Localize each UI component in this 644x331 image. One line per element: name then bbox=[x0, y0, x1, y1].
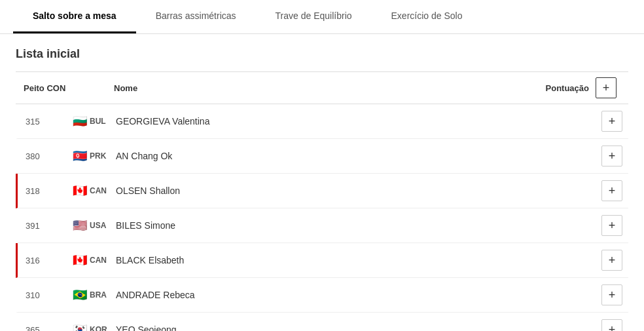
row-action[interactable]: + bbox=[596, 146, 628, 166]
row-con: CAN bbox=[90, 256, 116, 265]
header-add-action[interactable]: + bbox=[596, 77, 628, 98]
tab-salto-sobre-a-mesa[interactable]: Salto sobre a mesa bbox=[13, 0, 136, 33]
add-score-button[interactable]: + bbox=[601, 180, 622, 201]
tab-trave-de-equilíbrio[interactable]: Trave de Equilíbrio bbox=[256, 0, 372, 33]
add-score-button[interactable]: + bbox=[601, 215, 622, 236]
table-row: 315 🇧🇬 BUL GEORGIEVA Valentina + bbox=[16, 104, 628, 139]
row-con: BRA bbox=[90, 290, 116, 300]
row-con: KOR bbox=[90, 325, 116, 331]
table-row: 365 🇰🇷 KOR YEO Seojeong + bbox=[16, 313, 628, 331]
row-action[interactable]: + bbox=[596, 250, 628, 271]
table-row: 316 🇨🇦 CAN BLACK Elsabeth + bbox=[16, 243, 628, 278]
row-flag: 🇰🇵 bbox=[70, 149, 90, 163]
row-con: BUL bbox=[90, 117, 116, 126]
row-nome: ANDRADE Rebeca bbox=[116, 290, 517, 300]
table-row: 380 🇰🇵 PRK AN Chang Ok + bbox=[16, 139, 628, 174]
row-peito: 316 bbox=[18, 256, 70, 265]
tabs-container: Salto sobre a mesaBarras assimétricasTra… bbox=[0, 0, 644, 34]
tab-exercício-de-solo[interactable]: Exercício de Solo bbox=[372, 0, 482, 33]
add-score-button[interactable]: + bbox=[601, 111, 622, 132]
add-score-button[interactable]: + bbox=[601, 319, 622, 331]
header-add-button[interactable]: + bbox=[596, 77, 617, 98]
row-con: USA bbox=[90, 221, 116, 230]
row-nome: BILES Simone bbox=[116, 220, 517, 231]
row-nome: OLSEN Shallon bbox=[116, 185, 517, 196]
table-row: 391 🇺🇸 USA BILES Simone + bbox=[16, 208, 628, 243]
row-peito: 318 bbox=[18, 186, 70, 196]
table-header: Peito CON Nome Pontuação + bbox=[16, 71, 628, 104]
add-score-button[interactable]: + bbox=[601, 284, 622, 305]
col-header-peito-con: Peito CON bbox=[16, 83, 68, 93]
row-peito: 391 bbox=[18, 221, 70, 231]
row-peito: 310 bbox=[18, 290, 70, 300]
list-title: Lista inicial bbox=[16, 47, 628, 61]
row-con: PRK bbox=[90, 151, 116, 161]
row-nome: GEORGIEVA Valentina bbox=[116, 116, 517, 127]
row-flag: 🇺🇸 bbox=[70, 218, 90, 233]
row-nome: YEO Seojeong bbox=[116, 324, 517, 331]
table-row: 310 🇧🇷 BRA ANDRADE Rebeca + bbox=[16, 278, 628, 313]
row-flag: 🇧🇷 bbox=[70, 288, 90, 302]
row-flag: 🇨🇦 bbox=[70, 184, 90, 198]
row-action[interactable]: + bbox=[596, 180, 628, 201]
row-con: CAN bbox=[90, 186, 116, 195]
row-flag: 🇧🇬 bbox=[70, 114, 90, 128]
col-header-nome: Nome bbox=[114, 83, 517, 93]
row-action[interactable]: + bbox=[596, 111, 628, 132]
add-score-button[interactable]: + bbox=[601, 146, 622, 166]
row-flag: 🇨🇦 bbox=[70, 253, 90, 267]
row-action[interactable]: + bbox=[596, 215, 628, 236]
row-peito: 365 bbox=[18, 325, 70, 332]
add-score-button[interactable]: + bbox=[601, 250, 622, 271]
row-flag: 🇰🇷 bbox=[70, 322, 90, 331]
row-action[interactable]: + bbox=[596, 319, 628, 331]
row-peito: 315 bbox=[18, 117, 70, 127]
table-row: 318 🇨🇦 CAN OLSEN Shallon + bbox=[16, 174, 628, 208]
row-nome: AN Chang Ok bbox=[116, 151, 517, 161]
row-nome: BLACK Elsabeth bbox=[116, 255, 517, 265]
col-header-pontuacao: Pontuação bbox=[517, 83, 596, 93]
row-peito: 380 bbox=[18, 151, 70, 161]
row-action[interactable]: + bbox=[596, 284, 628, 305]
tab-barras-assimétricas[interactable]: Barras assimétricas bbox=[136, 0, 256, 33]
table-body: 315 🇧🇬 BUL GEORGIEVA Valentina + 380 🇰🇵 … bbox=[16, 104, 628, 331]
